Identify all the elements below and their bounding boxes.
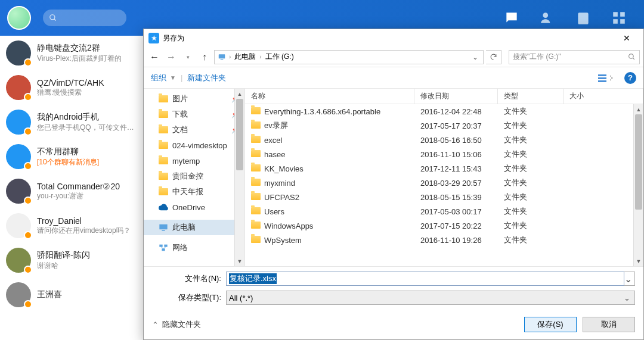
folder-icon (251, 179, 261, 188)
scroll-up-icon[interactable]: ▲ (634, 104, 643, 114)
col-date[interactable]: 修改日期 (414, 89, 498, 104)
contact-item[interactable]: 我的Android手机 您已登录手机QQ，可传文件… (0, 105, 143, 139)
dialog-toolbar: 组织 ▼ | 新建文件夹 ? (144, 67, 643, 89)
chevron-down-icon[interactable]: ▼ (170, 74, 176, 81)
folder-icon (251, 164, 261, 173)
address-bar[interactable]: › 此电脑 › 工作 (G:) ⌄ (214, 50, 484, 64)
tree-item[interactable]: mytemp (144, 153, 244, 169)
chevron-right-icon[interactable]: › (228, 54, 232, 60)
filetype-select[interactable]: All (*.*) ⌄ (226, 291, 635, 305)
contact-item[interactable]: Troy_Daniel 请问你还在用vimdesktop吗？ (0, 208, 143, 243)
back-icon[interactable]: ← (147, 50, 162, 64)
tree-item[interactable]: 024-vimdesktop (144, 138, 244, 153)
tree-item[interactable]: 此电脑 (144, 220, 244, 235)
tree-item[interactable]: 网络 (144, 240, 244, 255)
scroll-down-icon[interactable]: ▼ (235, 256, 244, 266)
file-row[interactable]: Everything-1.3.4.686.x64.portable 2016-1… (245, 104, 643, 118)
save-button[interactable]: 保存(S) (524, 317, 577, 332)
new-folder-button[interactable]: 新建文件夹 (187, 73, 226, 83)
folder-icon (251, 107, 261, 116)
contact-item[interactable]: 不常用群聊 [10个群聊有新消息] (0, 139, 143, 174)
svg-rect-8 (219, 54, 225, 58)
column-headers: 名称 修改日期 类型 大小 (245, 89, 643, 104)
help-icon[interactable]: ? (624, 72, 636, 84)
contact-name: 骄阳翻译-陈闪 (37, 250, 90, 261)
dialog-title: 另存为 (163, 33, 184, 43)
file-row[interactable]: hasee 2016-11-10 15:06 文件夹 (245, 147, 643, 161)
contact-item[interactable]: Total Commander②20 you-r-you:谢谢 (0, 174, 143, 208)
file-row[interactable]: KK_Movies 2017-12-11 15:43 文件夹 (245, 161, 643, 176)
status-badge (24, 266, 32, 274)
filename-dropdown-icon[interactable]: ⌄ (624, 272, 635, 286)
scrollbar[interactable]: ▲ ▼ (633, 104, 643, 266)
tree-item[interactable]: 下载📌 (144, 107, 244, 122)
address-dropdown-icon[interactable]: ⌄ (470, 53, 481, 61)
organize-button[interactable]: 组织 (151, 73, 166, 83)
file-type: 文件夹 (498, 232, 564, 248)
contact-item[interactable]: 骄阳翻译-陈闪 谢谢哈 (0, 243, 143, 277)
tree-item[interactable]: 图片📌 (144, 91, 244, 107)
scroll-down-icon[interactable]: ▼ (634, 256, 643, 266)
contact-avatar (6, 40, 31, 65)
chevron-right-icon[interactable]: › (258, 54, 262, 60)
col-type[interactable]: 类型 (498, 89, 564, 104)
view-options-icon[interactable] (595, 73, 618, 83)
qq-search[interactable] (43, 10, 126, 26)
contact-avatar (6, 282, 31, 307)
pc-icon (158, 222, 169, 233)
file-row[interactable]: excel 2018-05-16 16:50 文件夹 (245, 133, 643, 147)
scrollbar[interactable]: ▲ ▼ (234, 89, 244, 266)
breadcrumb-segment[interactable]: 此电脑 (232, 52, 258, 62)
file-row[interactable]: WindowsApps 2017-07-15 20:22 文件夹 (245, 219, 643, 233)
close-icon[interactable]: ✕ (615, 33, 639, 43)
recent-dropdown-icon[interactable]: ▾ (181, 50, 195, 64)
cancel-button[interactable]: 取消 (583, 317, 635, 332)
contact-avatar (6, 213, 31, 238)
contact-item[interactable]: QZ/VimD/TC/AHK 猎鹰:慢慢摸索 (0, 70, 143, 105)
tree-item[interactable]: 中天年报 (144, 184, 244, 199)
file-row[interactable]: Users 2017-05-03 00:17 文件夹 (245, 204, 643, 219)
file-row[interactable]: ev录屏 2017-05-17 20:37 文件夹 (245, 118, 643, 133)
dialog-buttons: ⌃ 隐藏文件夹 保存(S) 取消 (144, 313, 643, 339)
folder-icon (251, 222, 261, 230)
nav-tree: 图片📌下载📌文档📌024-vimdesktopmytemp贵阳金控中天年报One… (144, 89, 245, 266)
search-icon (49, 14, 57, 22)
tab-more-icon[interactable] (601, 10, 637, 26)
avatar[interactable] (7, 6, 31, 30)
file-type: 文件夹 (498, 132, 564, 148)
refresh-icon[interactable] (486, 50, 501, 64)
status-badge (24, 127, 32, 136)
file-date: 2016-11-10 15:06 (414, 148, 498, 161)
tab-contacts-icon[interactable] (530, 10, 565, 26)
col-size[interactable]: 大小 (564, 89, 643, 104)
file-name: UFCPAS2 (264, 193, 299, 202)
file-size (564, 223, 643, 228)
tab-apps-icon[interactable] (565, 10, 601, 26)
col-name[interactable]: 名称 (245, 89, 414, 104)
filename-input[interactable]: 复核记录.xlsx (226, 272, 624, 286)
scroll-thumb[interactable] (236, 99, 243, 170)
tree-item[interactable]: 文档📌 (144, 122, 244, 138)
tree-label: 图片 (172, 93, 188, 104)
search-input[interactable]: 搜索"工作 (G:)" (509, 50, 640, 64)
status-badge (24, 231, 32, 239)
tree-item[interactable]: OneDrive (144, 199, 244, 215)
contact-item[interactable]: 王洲喜 (0, 277, 143, 312)
contact-name: 静电键盘交流2群 (37, 43, 122, 54)
contact-item[interactable]: 静电键盘交流2群 Virus-Plex:后面裁判盯着的 (0, 36, 143, 70)
contact-subtitle: [10个群聊有新消息] (37, 157, 99, 167)
file-name: hasee (264, 150, 285, 159)
hide-folders-toggle[interactable]: ⌃ 隐藏文件夹 (152, 319, 201, 330)
filename-label: 文件名(N): (152, 273, 226, 284)
file-row[interactable]: WpSystem 2016-11-10 19:26 文件夹 (245, 233, 643, 247)
scroll-up-icon[interactable]: ▲ (235, 89, 244, 99)
breadcrumb-segment[interactable]: 工作 (G:) (263, 52, 296, 62)
tree-label: 中天年报 (172, 186, 203, 197)
scroll-thumb[interactable] (635, 114, 642, 210)
file-row[interactable]: myxmind 2018-03-29 20:57 文件夹 (245, 176, 643, 190)
up-icon[interactable]: ↑ (197, 50, 212, 64)
file-type: 文件夹 (498, 204, 564, 219)
tree-item[interactable]: 贵阳金控 (144, 169, 244, 184)
file-row[interactable]: UFCPAS2 2018-05-15 15:39 文件夹 (245, 190, 643, 204)
tab-chat-icon[interactable] (494, 10, 530, 26)
